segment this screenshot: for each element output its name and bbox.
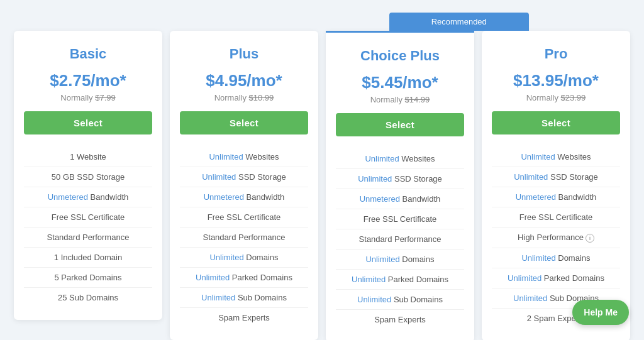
feature-item: Unlimited Domains (336, 249, 464, 269)
feature-item: Unmetered Bandwidth (24, 187, 152, 207)
feature-item: Standard Performance (24, 227, 152, 247)
feature-item: Unlimited Parked Domains (492, 268, 620, 288)
plan-name-basic: Basic (70, 46, 107, 62)
feature-item: 1 Website (24, 147, 152, 167)
feature-item: Unmetered Bandwidth (180, 187, 308, 207)
features-list-basic: 1 Website50 GB SSD StorageUnmetered Band… (24, 147, 152, 307)
feature-item: Spam Experts (336, 309, 464, 329)
feature-item: Free SSL Certificate (180, 207, 308, 227)
recommended-badge: Recommended (389, 13, 529, 31)
select-button-basic[interactable]: Select (24, 111, 152, 134)
plan-normal-price-plus: Normally $10.99 (214, 93, 274, 102)
feature-item: Standard Performance (336, 229, 464, 249)
plan-price-pro: $13.95/mo* (513, 71, 599, 90)
feature-item: 50 GB SSD Storage (24, 167, 152, 187)
pricing-wrapper: Recommended Basic$2.75/mo*Normally $7.99… (14, 13, 630, 340)
plan-price-basic: $2.75/mo* (50, 71, 126, 90)
feature-item: Unlimited SSD Storage (492, 167, 620, 187)
plan-price-plus: $4.95/mo* (206, 71, 282, 90)
feature-item: Unmetered Bandwidth (336, 189, 464, 209)
feature-item: Free SSL Certificate (492, 207, 620, 227)
help-button[interactable]: Help Me (572, 300, 629, 325)
feature-item: High Performancei (492, 227, 620, 248)
select-button-plus[interactable]: Select (180, 111, 308, 134)
features-list-choice-plus: Unlimited WebsitesUnlimited SSD StorageU… (336, 149, 464, 329)
plans-container: Basic$2.75/mo*Normally $7.99Select1 Webs… (14, 31, 630, 340)
plan-card-choice-plus: Choice Plus$5.45/mo*Normally $14.99Selec… (326, 31, 474, 340)
select-button-pro[interactable]: Select (492, 111, 620, 134)
feature-item: Unlimited Domains (492, 248, 620, 268)
plan-card-plus: Plus$4.95/mo*Normally $10.99SelectUnlimi… (170, 31, 318, 340)
info-icon: i (586, 234, 594, 243)
feature-item: Unlimited Websites (492, 147, 620, 167)
select-button-choice-plus[interactable]: Select (336, 113, 464, 136)
plan-normal-price-pro: Normally $23.99 (526, 93, 586, 102)
feature-item: Unlimited SSD Storage (180, 167, 308, 187)
plan-name-plus: Plus (230, 46, 258, 62)
plan-price-choice-plus: $5.45/mo* (362, 73, 438, 92)
feature-item: 25 Sub Domains (24, 287, 152, 307)
feature-item: Unlimited Sub Domains (336, 289, 464, 309)
plan-name-pro: Pro (545, 46, 568, 62)
feature-item: Unlimited Websites (180, 147, 308, 167)
plan-card-pro: Pro$13.95/mo*Normally $23.99SelectUnlimi… (482, 31, 630, 340)
feature-item: Free SSL Certificate (24, 207, 152, 227)
feature-item: Standard Performance (180, 227, 308, 247)
feature-item: Unlimited Websites (336, 149, 464, 168)
plan-normal-price-choice-plus: Normally $14.99 (370, 95, 430, 104)
feature-item: 5 Parked Domains (24, 267, 152, 287)
feature-item: Unlimited Parked Domains (180, 267, 308, 287)
feature-item: 1 Included Domain (24, 247, 152, 267)
features-list-plus: Unlimited WebsitesUnlimited SSD StorageU… (180, 147, 308, 327)
feature-item: Unlimited Domains (180, 247, 308, 267)
feature-item: Spam Experts (180, 307, 308, 327)
feature-item: Free SSL Certificate (336, 209, 464, 229)
feature-item: Unlimited SSD Storage (336, 168, 464, 189)
feature-item: Unlimited Sub Domains (180, 287, 308, 307)
plan-card-basic: Basic$2.75/mo*Normally $7.99Select1 Webs… (14, 31, 162, 320)
plan-name-choice-plus: Choice Plus (360, 48, 440, 64)
plan-normal-price-basic: Normally $7.99 (60, 93, 115, 102)
feature-item: Unmetered Bandwidth (492, 187, 620, 207)
feature-item: Unlimited Parked Domains (336, 269, 464, 289)
